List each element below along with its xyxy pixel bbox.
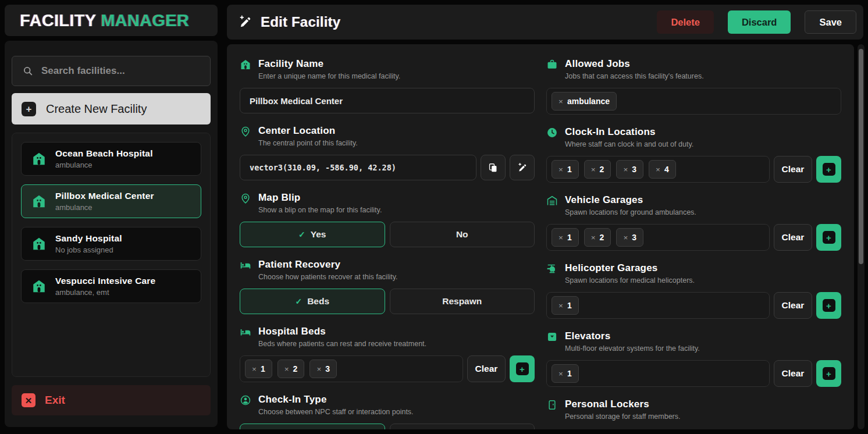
recovery-beds-toggle[interactable]: ✓ Beds [240, 289, 385, 314]
bed-icon [240, 259, 251, 271]
field-map-blip: Map Blip Show a blip on the map for this… [240, 192, 535, 247]
tag-item[interactable]: ×2 [584, 228, 611, 247]
facility-item-ocean-beach[interactable]: Ocean Beach Hospital ambulance [21, 142, 201, 176]
app-logo-first: FACILITY [20, 11, 96, 30]
clock-in-tags: ×1 ×2 ×3 ×4 [546, 156, 770, 183]
sidebar: + Create New Facility Ocean Beach Hospit… [5, 41, 218, 427]
toggle-label: No [456, 229, 468, 240]
tag-label: 1 [567, 301, 572, 310]
copy-location-button[interactable] [481, 155, 506, 180]
facility-list: Ocean Beach Hospital ambulance Pillbox M… [12, 133, 211, 377]
tag-item[interactable]: ×1 [552, 364, 579, 383]
app-logo-second: MANAGER [101, 11, 189, 30]
create-facility-label: Create New Facility [46, 102, 147, 116]
app-logo: FACILITY MANAGER [20, 11, 189, 30]
field-allowed-jobs: Allowed Jobs Jobs that can access this f… [546, 58, 841, 115]
facility-jobs: No jobs assigned [55, 246, 122, 254]
add-helicopter-garage-button[interactable]: + [816, 292, 841, 319]
tag-label: 2 [293, 364, 298, 373]
tag-item[interactable]: ×3 [616, 160, 643, 179]
create-facility-button[interactable]: + Create New Facility [12, 93, 211, 124]
field-description: Choose between NPC staff or interaction … [258, 408, 414, 416]
facility-item-sandy[interactable]: Sandy Hospital No jobs assigned [21, 227, 201, 261]
field-description: Spawn locations for ground ambulances. [565, 208, 696, 216]
tag-item[interactable]: ×4 [649, 160, 676, 179]
tag-item[interactable]: ×2 [278, 360, 305, 378]
tag-item[interactable]: ×3 [616, 228, 643, 247]
edit-location-button[interactable] [510, 155, 535, 180]
facility-name: Pillbox Medical Center [55, 191, 154, 201]
facility-name: Sandy Hospital [55, 233, 122, 244]
add-elevator-button[interactable]: + [816, 360, 841, 387]
close-icon: ✕ [22, 393, 35, 407]
check-in-type-toggle-left[interactable] [240, 424, 385, 429]
tag-label: ambulance [567, 97, 610, 106]
add-clock-in-button[interactable]: + [816, 156, 841, 183]
field-label: Helicopter Garages [565, 262, 695, 274]
map-blip-no-toggle[interactable]: No [390, 222, 535, 247]
add-hospital-bed-button[interactable]: + [510, 355, 535, 382]
hospital-icon [31, 194, 47, 209]
check-in-type-toggle-right[interactable] [390, 424, 535, 429]
remove-icon: × [252, 365, 257, 373]
field-label: Check-In Type [258, 394, 414, 405]
allowed-jobs-tags: ×ambulance [546, 88, 841, 115]
field-label: Personal Lockers [565, 399, 680, 410]
exit-button[interactable]: ✕ Exit [12, 385, 211, 415]
tag-item[interactable]: ×2 [584, 160, 611, 179]
tag-item[interactable]: ×1 [552, 228, 579, 247]
clear-vehicle-garages-button[interactable]: Clear [774, 224, 812, 251]
tag-label: 2 [600, 165, 604, 174]
search-input[interactable] [41, 65, 200, 77]
facility-jobs: ambulance [55, 161, 153, 169]
remove-icon: × [558, 301, 563, 310]
field-description: Enter a unique name for this medical fac… [258, 72, 400, 80]
tag-item[interactable]: ×1 [552, 296, 579, 315]
clear-hospital-beds-button[interactable]: Clear [467, 355, 506, 382]
field-description: Choose how patients recover at this faci… [258, 273, 397, 281]
clock-icon [546, 127, 558, 138]
center-location-input[interactable] [240, 155, 476, 180]
facility-item-pillbox[interactable]: Pillbox Medical Center ambulance [21, 184, 201, 218]
map-blip-yes-toggle[interactable]: ✓ Yes [240, 222, 385, 247]
plus-icon: + [22, 102, 36, 116]
tag-label: 2 [600, 233, 604, 242]
clear-helicopter-garages-button[interactable]: Clear [774, 292, 812, 319]
map-pin-icon [240, 193, 251, 204]
tag-item[interactable]: ×3 [310, 360, 337, 378]
field-patient-recovery: Patient Recovery Choose how patients rec… [240, 259, 535, 314]
remove-icon: × [591, 233, 596, 242]
tag-item[interactable]: ×1 [245, 360, 272, 378]
main-scrollbar[interactable] [858, 44, 865, 429]
add-vehicle-garage-button[interactable]: + [816, 224, 841, 251]
delete-button[interactable]: Delete [657, 10, 714, 34]
hospital-icon [31, 236, 47, 251]
tag-item[interactable]: ×1 [552, 160, 579, 179]
remove-icon: × [316, 365, 321, 373]
scrollbar-thumb[interactable] [859, 49, 863, 264]
tag-label: 1 [567, 165, 572, 174]
briefcase-icon [546, 59, 558, 70]
toggle-label: Respawn [442, 296, 482, 307]
tag-label: 1 [567, 233, 572, 242]
remove-icon: × [558, 165, 563, 174]
field-facility-name: Facility Name Enter a unique name for th… [240, 58, 535, 113]
facility-item-vespucci[interactable]: Vespucci Intesive Care ambulance, emt [21, 269, 201, 303]
field-label: Facility Name [258, 58, 400, 70]
field-label: Clock-In Locations [565, 126, 693, 138]
remove-icon: × [656, 165, 660, 174]
field-elevators: Elevators Multi-floor elevator systems f… [546, 330, 841, 387]
tag-item[interactable]: ×ambulance [552, 92, 617, 111]
remove-icon: × [558, 369, 563, 378]
facility-name-input[interactable] [240, 88, 535, 113]
recovery-respawn-toggle[interactable]: Respawn [390, 289, 535, 314]
field-description: Personal storage for staff members. [565, 412, 680, 421]
save-button[interactable]: Save [805, 10, 856, 34]
clear-clock-in-button[interactable]: Clear [774, 156, 812, 183]
field-center-location: Center Location The central point of thi… [240, 125, 535, 180]
clear-elevators-button[interactable]: Clear [774, 360, 812, 387]
discard-button[interactable]: Discard [728, 10, 791, 34]
field-clock-in-locations: Clock-In Locations Where staff can clock… [546, 126, 841, 183]
page-title: Edit Facility [261, 14, 340, 30]
field-description: Show a blip on the map for this facility… [258, 206, 382, 214]
